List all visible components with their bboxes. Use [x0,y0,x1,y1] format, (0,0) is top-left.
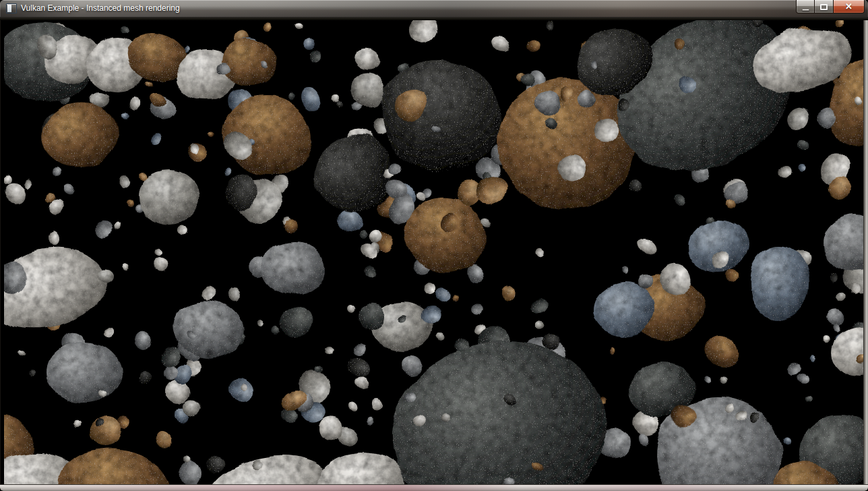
render-viewport[interactable] [4,20,863,484]
rock [261,241,326,295]
close-icon: ✕ [845,1,852,13]
rock [749,246,809,320]
maximize-icon [820,4,828,10]
minimize-button[interactable] [796,0,815,13]
rock [593,282,655,336]
rock [221,39,275,85]
titlebar[interactable]: Vulkan Example - Instanced mesh renderin… [0,0,868,17]
minimize-icon [802,9,809,11]
rock [385,181,406,200]
rock [47,343,120,402]
window-controls: ✕ [796,0,865,13]
rock [138,170,200,224]
window-title: Vulkan Example - Instanced mesh renderin… [21,0,180,17]
window-resize-edge-right[interactable] [863,20,868,484]
app-icon[interactable] [6,3,17,13]
close-button[interactable]: ✕ [834,0,865,13]
maximize-button[interactable] [815,0,834,13]
rock [819,109,837,127]
app-window: Vulkan Example - Instanced mesh renderin… [0,0,868,491]
rock-scene-canvas [4,20,863,484]
window-resize-edge-bottom[interactable] [0,484,868,491]
